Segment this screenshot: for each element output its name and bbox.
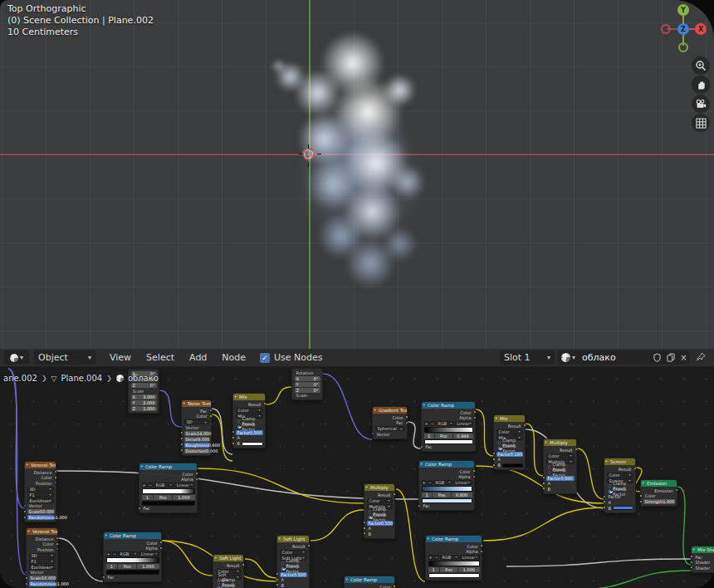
gizmo-axis-z[interactable]: Z bbox=[677, 23, 689, 35]
node-color-ramp-4[interactable]: Color RampColorAlpha+−RGB▾Linear▾1Pos1.0… bbox=[425, 535, 482, 581]
node-editor-canvas[interactable]: X0°Y0°Z0°ScaleX3.000Y2.000Z1.000Rotation… bbox=[0, 368, 714, 588]
node-socket[interactable] bbox=[195, 478, 198, 481]
node-socket[interactable] bbox=[56, 542, 59, 546]
node-mix-2[interactable]: MixResultColor▾Mix▾Clamp ResultClamp Fac… bbox=[493, 414, 526, 470]
viewport-3d[interactable]: Top Orthographic (0) Scene Collection | … bbox=[0, 0, 714, 349]
value-field-strength[interactable]: Strength1.000 bbox=[643, 499, 675, 504]
color-swatch[interactable] bbox=[613, 506, 633, 510]
node-title[interactable]: Mix bbox=[233, 394, 265, 400]
node-socket[interactable] bbox=[690, 566, 693, 569]
slider-factor[interactable]: Factor0.500 bbox=[280, 572, 307, 577]
dropdown-color[interactable]: Color▾ bbox=[496, 429, 523, 434]
dropdown-color[interactable]: Color▾ bbox=[607, 473, 633, 478]
color-swatch[interactable] bbox=[428, 573, 480, 578]
ramp-position-row[interactable]: 1Pos1.000 bbox=[142, 495, 195, 500]
node-socket[interactable] bbox=[54, 476, 57, 479]
material-slot-select[interactable]: Slot 1 ▾ bbox=[500, 350, 555, 365]
node-noise-texture[interactable]: Noise TextureFacColor3D▾VectorScale14.00… bbox=[181, 399, 212, 456]
node-socket[interactable] bbox=[542, 487, 545, 490]
slider-factor[interactable]: Factor0.500 bbox=[367, 521, 393, 526]
node-socket[interactable] bbox=[232, 436, 235, 439]
node-socket[interactable] bbox=[180, 437, 183, 440]
node-color-ramp-3[interactable]: Color RampColorAlpha+−RGB▾Linear▾1Pos0.8… bbox=[418, 460, 475, 511]
node-title[interactable]: Gradient Texture bbox=[373, 407, 407, 414]
node-title[interactable]: Voronoi Texture bbox=[27, 528, 57, 535]
node-title[interactable]: Multiply bbox=[364, 484, 394, 491]
node-socket[interactable] bbox=[232, 442, 235, 445]
slider-roughness[interactable]: Roughness0.600 bbox=[184, 443, 209, 448]
ramp-button[interactable]: − bbox=[112, 551, 117, 556]
dropdown-color[interactable]: Color▾ bbox=[367, 498, 393, 503]
color-ramp-gradient[interactable] bbox=[422, 486, 472, 492]
node-socket[interactable] bbox=[23, 516, 27, 519]
dropdown-3d[interactable]: 3D▾ bbox=[27, 487, 54, 492]
ramp-button[interactable]: RGB▾ bbox=[440, 555, 459, 560]
node-socket[interactable] bbox=[603, 500, 606, 503]
ramp-button[interactable]: + bbox=[106, 551, 111, 556]
node-socket[interactable] bbox=[25, 582, 28, 586]
color-swatch[interactable] bbox=[502, 463, 523, 468]
dropdown-spherical[interactable]: Spherical▾ bbox=[375, 426, 405, 431]
menu-select[interactable]: Select bbox=[139, 352, 182, 363]
node-socket[interactable] bbox=[363, 532, 366, 535]
editor-type-button[interactable]: ▾ bbox=[4, 350, 29, 365]
ortho-grid-button[interactable] bbox=[692, 114, 710, 132]
slider-factor[interactable]: Factor0.500 bbox=[236, 430, 263, 435]
node-socket[interactable] bbox=[25, 571, 28, 574]
node-title[interactable]: Color Ramp bbox=[345, 576, 394, 583]
node-screen[interactable]: ScreenResultColor▾Screen▾Clamp ResultCla… bbox=[604, 458, 636, 513]
node-title[interactable]: Color Ramp bbox=[422, 402, 475, 409]
node-socket[interactable] bbox=[363, 527, 366, 530]
node-socket[interactable] bbox=[276, 572, 279, 576]
node-socket[interactable] bbox=[420, 445, 423, 448]
breadcrumb-material[interactable]: облако bbox=[128, 374, 159, 383]
node-socket[interactable] bbox=[542, 476, 545, 479]
color-swatch[interactable] bbox=[106, 570, 159, 575]
slider-factor[interactable]: Factor0.185 bbox=[496, 452, 523, 457]
node-color-ramp-1[interactable]: Color RampColorAlpha+−RGB▾Linear▾1Pos0.9… bbox=[421, 401, 476, 452]
color-ramp-gradient[interactable] bbox=[424, 427, 473, 433]
value-field-x[interactable]: X0° bbox=[295, 376, 320, 381]
node-title[interactable]: Color Ramp bbox=[426, 536, 482, 542]
node-socket[interactable] bbox=[138, 507, 141, 510]
dropdown-color[interactable]: Color▾ bbox=[280, 550, 307, 555]
node-socket[interactable] bbox=[159, 546, 163, 550]
checkbox-clamp-factor[interactable]: Clamp Factor bbox=[280, 566, 307, 571]
node-mix-1[interactable]: MixResultColor▾Mix▾Clamp ResultClamp Fac… bbox=[232, 393, 266, 448]
node-title[interactable]: Mix bbox=[494, 415, 525, 422]
dropdown-3d[interactable]: 3D▾ bbox=[29, 553, 56, 558]
node-color-ramp-2[interactable]: Color RampColorAlpha+−RGB▾Linear▾1Pos1.0… bbox=[139, 463, 198, 513]
node-socket[interactable] bbox=[603, 495, 606, 498]
node-socket[interactable] bbox=[690, 555, 693, 558]
ramp-button[interactable]: − bbox=[428, 480, 433, 485]
node-title[interactable]: Mix Shader bbox=[692, 546, 714, 553]
ramp-button[interactable]: − bbox=[430, 421, 435, 426]
dropdown-f1[interactable]: F1▾ bbox=[29, 559, 56, 564]
unlink-material-button[interactable]: × bbox=[677, 350, 690, 365]
value-field-x[interactable]: X3.000 bbox=[131, 394, 157, 399]
node-socket[interactable] bbox=[690, 561, 693, 564]
ramp-button[interactable]: + bbox=[428, 555, 433, 560]
material-name-field[interactable]: облако bbox=[579, 352, 650, 363]
node-socket[interactable] bbox=[492, 452, 496, 455]
ramp-button[interactable]: + bbox=[424, 421, 429, 426]
node-title[interactable]: Soft Light bbox=[213, 555, 243, 561]
ramp-button[interactable]: RGB▾ bbox=[118, 551, 138, 556]
ramp-button[interactable]: Linear▾ bbox=[174, 483, 194, 488]
slider-randomness[interactable]: Randomness1.000 bbox=[27, 515, 54, 520]
node-socket[interactable] bbox=[639, 494, 643, 497]
ramp-button[interactable]: RGB▾ bbox=[433, 480, 452, 485]
slider-randomness[interactable]: Randomness1.000 bbox=[29, 581, 56, 586]
value-field-z[interactable]: Z1.000 bbox=[131, 406, 157, 411]
material-browse-button[interactable]: ▾ bbox=[558, 353, 579, 362]
color-swatch[interactable] bbox=[142, 501, 195, 506]
shader-type-select[interactable]: Object ▾ bbox=[34, 350, 95, 365]
pan-tool-button[interactable] bbox=[692, 76, 710, 94]
use-nodes-checkbox[interactable]: ✓ Use Nodes bbox=[260, 352, 323, 363]
ramp-position-row[interactable]: 1Pos0.800 bbox=[422, 492, 472, 497]
node-socket[interactable] bbox=[480, 550, 483, 553]
node-socket[interactable] bbox=[405, 421, 408, 424]
checkbox-clamp-factor[interactable]: Clamp Factor bbox=[236, 424, 263, 429]
ramp-button[interactable]: − bbox=[148, 483, 153, 488]
dropdown-color[interactable]: Color▾ bbox=[546, 453, 575, 458]
